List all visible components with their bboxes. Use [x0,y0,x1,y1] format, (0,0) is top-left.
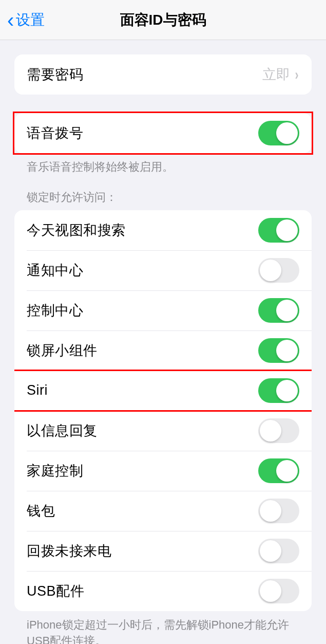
lock-access-toggle[interactable] [258,539,299,563]
lock-access-toggle[interactable] [258,458,299,483]
lock-access-toggle[interactable] [258,218,299,243]
lock-access-row: Siri [14,371,312,411]
lock-access-toggle[interactable] [258,378,299,403]
lock-access-toggle[interactable] [258,298,299,323]
lock-access-row: USB配件 [14,571,312,611]
lock-access-header: 锁定时允许访问： [14,190,312,210]
lock-access-row: 家庭控制 [14,451,312,491]
back-button[interactable]: ‹ 设置 [0,10,45,30]
lock-access-row: 回拨未接来电 [14,531,312,571]
require-passcode-value: 立即 [262,65,290,84]
lock-access-row: 控制中心 [14,290,312,330]
require-passcode-row[interactable]: 需要密码 立即 › [14,54,312,95]
lock-access-label: 以信息回复 [27,421,98,440]
page-title: 面容ID与密码 [0,10,326,30]
lock-access-label: 今天视图和搜索 [27,221,126,240]
lock-access-label: 通知中心 [27,261,83,280]
voice-dial-label: 语音拨号 [27,124,83,142]
back-label: 设置 [16,10,45,30]
lock-access-label: USB配件 [27,582,84,600]
lock-access-footer: iPhone锁定超过一小时后，需先解锁iPhone才能允许USB配件连接。 [14,611,312,644]
navigation-header: ‹ 设置 面容ID与密码 [0,0,326,40]
chevron-left-icon: ‹ [7,10,14,30]
voice-dial-footer: 音乐语音控制将始终被启用。 [14,153,312,175]
lock-access-toggle[interactable] [258,579,299,603]
lock-access-label: 控制中心 [27,301,83,320]
lock-access-toggle[interactable] [258,338,299,363]
lock-access-label: 锁屏小组件 [27,341,98,360]
chevron-right-icon: › [295,66,299,83]
lock-access-row: 通知中心 [14,250,312,290]
voice-dial-toggle[interactable] [258,121,299,145]
voice-dial-row: 语音拨号 [14,113,312,153]
lock-access-row: 今天视图和搜索 [14,210,312,250]
lock-access-toggle[interactable] [258,258,299,283]
require-passcode-label: 需要密码 [27,65,83,84]
lock-access-label: Siri [27,382,48,398]
lock-access-toggle[interactable] [258,499,299,523]
lock-access-toggle[interactable] [258,418,299,443]
lock-access-label: 家庭控制 [27,462,83,480]
lock-access-row: 以信息回复 [14,411,312,451]
lock-access-label: 回拨未接来电 [27,542,111,560]
lock-access-label: 钱包 [27,502,55,520]
lock-access-row: 钱包 [14,491,312,531]
lock-access-row: 锁屏小组件 [14,330,312,371]
